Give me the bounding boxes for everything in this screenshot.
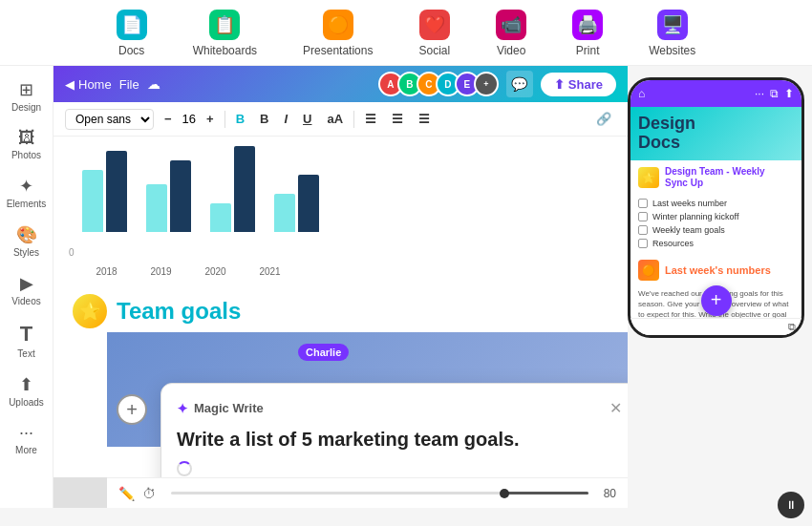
phone-bottom-bar: ⧉ xyxy=(630,318,801,335)
editor-topbar: ◀ Home File ☁ A B C D E + 💬 ⬆ Share xyxy=(53,66,628,102)
home-button[interactable]: ◀ Home xyxy=(65,77,112,92)
phone-list-item-2: Winter planning kickoff xyxy=(638,210,794,223)
sparkle-icon: ✦ xyxy=(177,401,188,416)
nav-presentations[interactable]: 🟠 Presentations xyxy=(303,10,373,57)
team-goals-section: ⭐ Team goals xyxy=(53,284,628,338)
font-family-select[interactable]: Open sans xyxy=(65,109,154,130)
chart-label-2019: 2019 xyxy=(137,266,185,277)
phone-list-label-2: Winter planning kickoff xyxy=(652,212,738,221)
sidebar-item-text[interactable]: T Text xyxy=(0,316,53,365)
bar-2018-2 xyxy=(106,151,127,232)
italic-button[interactable]: I xyxy=(279,109,292,129)
sidebar-item-elements[interactable]: ✦ Elements xyxy=(0,170,53,215)
styles-icon: 🎨 xyxy=(16,224,37,245)
comment-button[interactable]: 💬 xyxy=(506,71,533,97)
sidebar-item-videos[interactable]: ▶ Videos xyxy=(0,267,53,312)
sidebar-item-photos[interactable]: 🖼 Photos xyxy=(0,122,53,166)
add-content-button[interactable]: + xyxy=(117,394,147,425)
align-left-button[interactable]: ☰ xyxy=(360,109,381,129)
scrubber-knob[interactable] xyxy=(500,489,509,498)
underline-button[interactable]: U xyxy=(298,109,316,129)
scrubber-icons: ✏️ ⏱ xyxy=(118,486,156,501)
checkbox-2[interactable] xyxy=(638,212,648,221)
font-decrease-button[interactable]: − xyxy=(160,109,177,129)
toolbar-divider-2 xyxy=(353,111,354,128)
phone-list-item-4: Resources xyxy=(638,237,794,250)
bar-2018-1 xyxy=(82,170,103,232)
sidebar-label-styles: Styles xyxy=(13,247,39,258)
chart-label-2021: 2021 xyxy=(246,266,294,277)
nav-print[interactable]: 🖨️ Print xyxy=(572,10,603,57)
magic-write-header: ✦ Magic Write ✕ xyxy=(177,399,622,417)
timer-icon[interactable]: ⏱ xyxy=(142,486,156,501)
phone-section2-title: Last week's numbers xyxy=(665,264,771,276)
sidebar-item-styles[interactable]: 🎨 Styles xyxy=(0,219,53,263)
scrubber-track[interactable] xyxy=(171,492,588,494)
file-menu[interactable]: File xyxy=(119,77,139,92)
magic-write-spinner xyxy=(177,461,622,476)
phone-list-label-3: Weekly team goals xyxy=(652,225,725,235)
bar-2019-1 xyxy=(146,184,167,232)
phone-more-icon: ··· xyxy=(755,87,764,100)
sidebar-item-design[interactable]: ⊞ Design xyxy=(0,74,53,118)
topbar-right: A B C D E + 💬 ⬆ Share xyxy=(378,71,616,97)
nav-video-label: Video xyxy=(497,44,525,57)
photos-icon: 🖼 xyxy=(18,128,35,148)
editor-wrapper: ⊞ Design 🖼 Photos ✦ Elements 🎨 Styles ▶ … xyxy=(0,66,812,508)
nav-docs[interactable]: 📄 Docs xyxy=(117,10,147,57)
video-icon: 📹 xyxy=(496,10,526,40)
nav-whiteboards-label: Whiteboards xyxy=(193,44,257,57)
checkbox-3[interactable] xyxy=(638,225,648,235)
font-increase-button[interactable]: + xyxy=(202,109,219,129)
case-button[interactable]: aA xyxy=(322,109,348,129)
canvas-bottom-bar: ✏️ ⏱ 80 xyxy=(107,477,628,508)
phone-add-fab-button[interactable]: + xyxy=(701,285,732,316)
phone-mockup: ⌂ ··· ⧉ ⬆ DesignDocs ⭐ Design Team - Wee… xyxy=(628,77,804,338)
videos-icon: ▶ xyxy=(20,273,33,294)
nav-websites-label: Websites xyxy=(649,44,695,57)
text-icon: T xyxy=(20,322,32,347)
bar-2021-1 xyxy=(274,194,295,232)
bar-2020-2 xyxy=(234,146,255,232)
nav-social[interactable]: ❤️ Social xyxy=(418,10,450,57)
bold-button-2[interactable]: B xyxy=(255,109,273,129)
format-toolbar: Open sans − 16 + B B I U aA ☰ ☰ ☰ 🔗 xyxy=(53,102,628,137)
chart-section: 0 xyxy=(53,137,628,284)
sidebar-label-more: More xyxy=(15,445,37,455)
team-goals-title: Team goals xyxy=(117,298,241,325)
play-button[interactable]: ⏸ xyxy=(778,492,804,518)
chevron-left-icon: ◀ xyxy=(65,77,75,92)
whiteboards-icon: 📋 xyxy=(209,10,240,40)
top-navigation: 📄 Docs 📋 Whiteboards 🟠 Presentations ❤️ … xyxy=(0,0,812,66)
edit-icon[interactable]: ✏️ xyxy=(118,486,135,501)
nav-video[interactable]: 📹 Video xyxy=(496,10,526,57)
phone-section1-list: Last weeks number Winter planning kickof… xyxy=(630,193,801,254)
bold-button[interactable]: B xyxy=(231,109,249,129)
bar-2020-1 xyxy=(210,203,231,232)
numbered-list-button[interactable]: ☰ xyxy=(414,109,435,129)
sidebar-item-more[interactable]: ··· More xyxy=(0,417,53,461)
magic-write-close-button[interactable]: ✕ xyxy=(609,399,622,417)
phone-copy-bottom-icon[interactable]: ⧉ xyxy=(788,321,796,333)
phone-section1-title: Design Team - WeeklySync Up xyxy=(665,166,765,189)
cloud-save-icon[interactable]: ☁ xyxy=(147,76,160,92)
checkbox-4[interactable] xyxy=(638,239,648,248)
sidebar-label-elements: Elements xyxy=(7,199,47,209)
chart-y-label: 0 xyxy=(69,247,75,258)
nav-presentations-label: Presentations xyxy=(303,44,373,57)
nav-whiteboards[interactable]: 📋 Whiteboards xyxy=(193,10,257,57)
share-button[interactable]: ⬆ Share xyxy=(541,73,616,96)
bullet-list-button[interactable]: ☰ xyxy=(387,109,408,129)
presentations-icon: 🟠 xyxy=(323,10,353,40)
sidebar-item-uploads[interactable]: ⬆ Uploads xyxy=(0,368,53,413)
checkbox-1[interactable] xyxy=(638,199,648,208)
link-button[interactable]: 🔗 xyxy=(591,109,616,129)
home-label: Home xyxy=(78,77,112,92)
chart-label-2020: 2020 xyxy=(191,266,240,277)
share-icon: ⬆ xyxy=(554,77,565,92)
page-number: 80 xyxy=(604,487,616,500)
nav-websites[interactable]: 🖥️ Websites xyxy=(649,10,695,57)
chart-group-2019 xyxy=(146,160,191,232)
phone-hero-text: DesignDocs xyxy=(638,115,695,153)
sidebar-label-uploads: Uploads xyxy=(9,397,44,408)
